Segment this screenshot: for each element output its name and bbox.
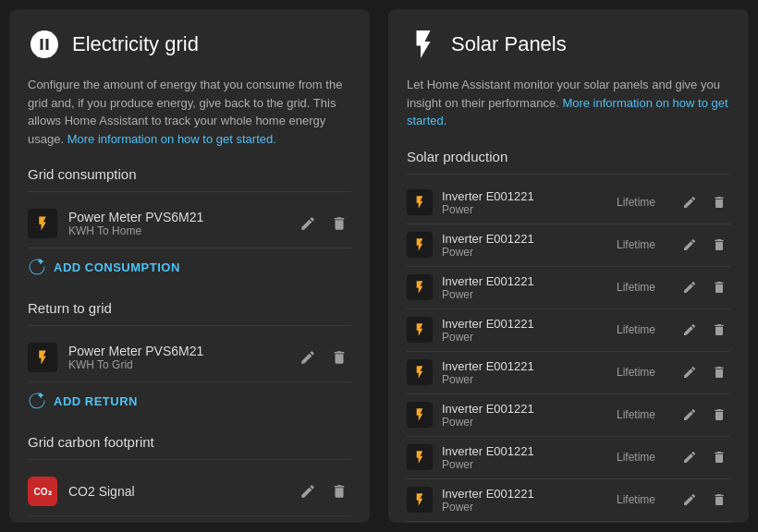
solar-edit-button-3[interactable]	[679, 319, 701, 341]
solar-item-icon-5	[407, 402, 433, 428]
return-item-actions	[296, 345, 351, 369]
solar-edit-button-4[interactable]	[679, 361, 701, 383]
solar-delete-button-5[interactable]	[708, 404, 730, 426]
solar-production-title: Solar production	[407, 149, 730, 164]
solar-item-lifetime-0: Lifetime	[617, 196, 667, 209]
solar-item-icon-4	[407, 359, 433, 385]
solar-item-name-6: Inverter E001221	[442, 444, 617, 458]
co2-icon: CO₂	[28, 477, 57, 506]
solar-edit-button-2[interactable]	[679, 276, 701, 298]
right-panel-description: Let Home Assistant monitor your solar pa…	[407, 76, 730, 130]
solar-item-actions-0	[679, 191, 730, 213]
solar-production-section: Solar production Inverter E001221 Power …	[407, 149, 730, 522]
consumption-edit-button[interactable]	[296, 212, 320, 236]
solar-edit-button-1[interactable]	[679, 234, 701, 256]
carbon-edit-button[interactable]	[296, 479, 320, 503]
solar-item-1: Inverter E001221 Power Lifetime	[407, 224, 730, 267]
solar-item-actions-1	[679, 234, 730, 256]
solar-item-actions-4	[679, 361, 730, 383]
solar-item-7: Inverter E001221 Power Lifetime	[407, 479, 730, 522]
solar-item-name-7: Inverter E001221	[442, 487, 617, 501]
solar-item-text-0: Inverter E001221 Power	[442, 189, 617, 216]
solar-item-sub-0: Power	[442, 203, 617, 216]
solar-panels-panel: Solar Panels Let Home Assistant monitor …	[388, 9, 749, 523]
solar-item-text-7: Inverter E001221 Power	[442, 487, 617, 514]
solar-delete-button-3[interactable]	[708, 319, 730, 341]
solar-item-sub-4: Power	[442, 373, 617, 386]
grid-consumption-section: Grid consumption Power Meter PVS6M21 KWH…	[28, 166, 351, 285]
solar-item-sub-1: Power	[442, 246, 617, 259]
consumption-delete-button[interactable]	[327, 212, 351, 236]
right-panel-header: Solar Panels	[407, 28, 730, 61]
solar-delete-button-1[interactable]	[708, 234, 730, 256]
return-item-text: Power Meter PVS6M21 KWH To Grid	[68, 344, 296, 371]
add-consumption-button[interactable]: ADD CONSUMPTION	[28, 248, 180, 285]
carbon-item-text: CO2 Signal	[68, 484, 296, 499]
solar-item-lifetime-1: Lifetime	[617, 238, 667, 251]
left-panel-header: Electricity grid	[28, 28, 351, 61]
left-panel-link[interactable]: More information on how to get started.	[67, 132, 276, 146]
solar-item-4: Inverter E001221 Power Lifetime	[407, 352, 730, 394]
carbon-footprint-item-0: CO₂ CO2 Signal	[28, 467, 351, 516]
carbon-delete-button[interactable]	[327, 479, 351, 503]
solar-edit-button-6[interactable]	[679, 446, 701, 468]
solar-item-actions-7	[679, 489, 730, 511]
solar-delete-button-6[interactable]	[708, 446, 730, 468]
solar-item-text-1: Inverter E001221 Power	[442, 232, 617, 259]
return-to-grid-item-0: Power Meter PVS6M21 KWH To Grid	[28, 333, 351, 382]
return-item-name: Power Meter PVS6M21	[68, 344, 296, 358]
solar-item-3: Inverter E001221 Power Lifetime	[407, 309, 730, 352]
solar-item-icon-0	[407, 189, 433, 215]
solar-item-sub-7: Power	[442, 501, 617, 514]
carbon-item-actions	[296, 479, 351, 503]
add-return-button[interactable]: ADD RETURN	[28, 382, 138, 419]
solar-item-5: Inverter E001221 Power Lifetime	[407, 394, 730, 437]
solar-item-lifetime-2: Lifetime	[617, 281, 667, 294]
return-delete-button[interactable]	[327, 345, 351, 369]
consumption-item-text: Power Meter PVS6M21 KWH To Home	[68, 210, 296, 237]
solar-item-sub-5: Power	[442, 416, 617, 429]
carbon-footprint-section: Grid carbon footprint CO₂ CO2 Signal	[28, 434, 351, 516]
solar-item-text-5: Inverter E001221 Power	[442, 402, 617, 429]
right-panel-title: Solar Panels	[451, 32, 567, 56]
solar-item-0: Inverter E001221 Power Lifetime	[407, 182, 730, 224]
solar-items-list: Inverter E001221 Power Lifetime Inverter…	[407, 182, 730, 522]
grid-consumption-item-0: Power Meter PVS6M21 KWH To Home	[28, 200, 351, 248]
consumption-item-actions	[296, 212, 351, 236]
solar-edit-button-0[interactable]	[679, 191, 701, 213]
solar-delete-button-7[interactable]	[708, 489, 730, 511]
solar-item-lifetime-6: Lifetime	[617, 451, 667, 464]
solar-item-lifetime-7: Lifetime	[617, 493, 667, 506]
solar-item-name-3: Inverter E001221	[442, 317, 617, 331]
solar-item-lifetime-4: Lifetime	[617, 366, 667, 379]
solar-item-icon-6	[407, 444, 433, 470]
return-to-grid-title: Return to grid	[28, 300, 351, 316]
solar-delete-button-0[interactable]	[708, 191, 730, 213]
solar-item-icon-1	[407, 232, 433, 258]
solar-item-text-3: Inverter E001221 Power	[442, 317, 617, 344]
solar-item-actions-6	[679, 446, 730, 468]
solar-delete-button-4[interactable]	[708, 361, 730, 383]
consumption-item-name: Power Meter PVS6M21	[68, 210, 296, 224]
left-panel-title: Electricity grid	[72, 32, 199, 56]
solar-item-icon-2	[407, 274, 433, 300]
solar-delete-button-2[interactable]	[708, 276, 730, 298]
solar-item-actions-3	[679, 319, 730, 341]
solar-edit-button-7[interactable]	[679, 489, 701, 511]
solar-item-text-6: Inverter E001221 Power	[442, 444, 617, 471]
return-edit-button[interactable]	[296, 345, 320, 369]
solar-item-text-2: Inverter E001221 Power	[442, 274, 617, 301]
solar-item-text-4: Inverter E001221 Power	[442, 359, 617, 386]
solar-item-name-2: Inverter E001221	[442, 274, 617, 288]
solar-item-lifetime-5: Lifetime	[617, 408, 667, 421]
return-to-grid-section: Return to grid Power Meter PVS6M21 KWH T…	[28, 300, 351, 419]
solar-edit-button-5[interactable]	[679, 404, 701, 426]
left-panel-description: Configure the amount of energy that you …	[28, 76, 351, 148]
electricity-grid-icon	[28, 28, 61, 61]
solar-item-name-1: Inverter E001221	[442, 232, 617, 246]
solar-item-sub-6: Power	[442, 458, 617, 471]
carbon-item-name: CO2 Signal	[68, 484, 296, 499]
solar-item-sub-3: Power	[442, 331, 617, 344]
carbon-footprint-title: Grid carbon footprint	[28, 434, 351, 450]
solar-item-name-0: Inverter E001221	[442, 189, 617, 203]
